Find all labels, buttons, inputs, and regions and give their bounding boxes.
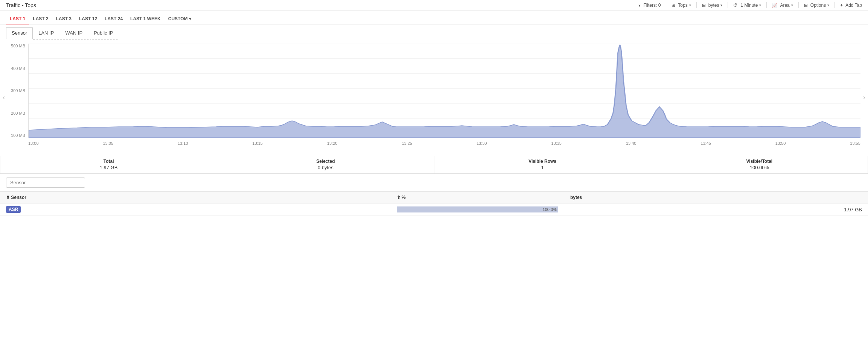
col-header-pct[interactable]: ⇕ % xyxy=(391,192,564,203)
sub-tab-sensor[interactable]: Sensor xyxy=(6,27,33,39)
x-axis-label: 13:20 xyxy=(327,141,338,146)
visible-rows-label: Visible Rows xyxy=(439,159,646,164)
x-axis-label: 13:00 xyxy=(28,141,39,146)
progress-bar-fill xyxy=(397,206,558,212)
sensor-filter-input[interactable] xyxy=(6,178,85,188)
y-axis-label: 400 MB xyxy=(8,66,25,71)
page-title: Traffic - Tops xyxy=(6,2,36,8)
minute-caret: ▾ xyxy=(759,3,761,7)
divider3 xyxy=(728,2,728,8)
stat-visible-total: Visible/Total 100.00% xyxy=(651,156,868,173)
time-tab-custom[interactable]: CUSTOM ▾ xyxy=(164,14,195,24)
chart-container: 100 MB200 MB300 MB400 MB500 MB 13:0013:0… xyxy=(8,44,860,149)
col-header-sensor[interactable]: ⇕ Sensor xyxy=(0,192,391,203)
time-tabs: LAST 1LAST 2LAST 3LAST 12LAST 24LAST 1 W… xyxy=(0,11,868,24)
y-axis-label: 500 MB xyxy=(8,44,25,48)
chart-y-axis: 100 MB200 MB300 MB400 MB500 MB xyxy=(8,44,28,138)
visible-total-label: Visible/Total xyxy=(656,159,863,164)
sensor-badge: ASR xyxy=(6,206,21,213)
bytes-icon xyxy=(702,3,707,8)
area-caret: ▾ xyxy=(791,3,793,7)
sub-tabs: SensorLAN IPWAN IPPublic IP xyxy=(0,24,868,39)
selected-label: Selected xyxy=(222,159,429,164)
divider2 xyxy=(696,2,697,8)
stat-total: Total 1.97 GB xyxy=(0,156,217,173)
divider4 xyxy=(766,2,767,8)
addtab-icon xyxy=(840,3,844,8)
options-caret: ▾ xyxy=(827,3,829,7)
time-tab-last3[interactable]: LAST 3 xyxy=(52,14,75,24)
minute-button[interactable]: 1 Minute ▾ xyxy=(733,3,761,8)
time-tab-last1[interactable]: LAST 1 xyxy=(6,14,29,24)
y-axis-label: 300 MB xyxy=(8,88,25,93)
top-bar-controls: Filters: 0 Tops ▾ bytes ▾ 1 Minute ▾ Are… xyxy=(638,2,862,8)
tops-label: Tops xyxy=(678,3,687,8)
bytes-label: bytes xyxy=(708,3,719,8)
filters-button[interactable]: Filters: 0 xyxy=(638,3,661,8)
chart-svg xyxy=(29,44,860,138)
col-bytes-label: bytes xyxy=(570,195,582,200)
options-label: Options xyxy=(810,3,826,8)
area-label: Area xyxy=(780,3,789,8)
addtab-label: Add Tab xyxy=(845,3,862,8)
time-tab-last24[interactable]: LAST 24 xyxy=(101,14,126,24)
area-icon xyxy=(772,3,778,8)
sub-tab-publicip[interactable]: Public IP xyxy=(88,27,119,39)
y-axis-label: 100 MB xyxy=(8,133,25,138)
x-axis-label: 13:25 xyxy=(402,141,412,146)
bytes-button[interactable]: bytes ▾ xyxy=(702,3,723,8)
total-value: 1.97 GB xyxy=(5,165,212,170)
col-pct-label: % xyxy=(402,195,406,200)
x-axis-label: 13:15 xyxy=(252,141,263,146)
filters-label: Filters: 0 xyxy=(643,3,661,8)
visible-total-value: 100.00% xyxy=(656,165,863,170)
time-tab-last2[interactable]: LAST 2 xyxy=(29,14,52,24)
filter-row xyxy=(0,174,868,191)
x-axis-label: 13:05 xyxy=(103,141,113,146)
divider1 xyxy=(666,2,666,8)
progress-label: 100.0% xyxy=(543,206,557,212)
tops-button[interactable]: Tops ▾ xyxy=(672,3,691,8)
data-table: ⇕ Sensor ⇕ % bytes ASR100.0%1.97 GB xyxy=(0,191,868,216)
total-label: Total xyxy=(5,159,212,164)
cell-sensor: ASR xyxy=(0,203,391,216)
sub-tab-wanip[interactable]: WAN IP xyxy=(59,27,88,39)
top-bar: Traffic - Tops Filters: 0 Tops ▾ bytes ▾… xyxy=(0,0,868,11)
col-sensor-label: Sensor xyxy=(11,195,26,200)
table-header-row: ⇕ Sensor ⇕ % bytes xyxy=(0,192,868,203)
chart-inner xyxy=(28,44,860,138)
minute-label: 1 Minute xyxy=(740,3,758,8)
filter-icon xyxy=(638,3,642,8)
chart-nav-left-button[interactable]: ‹ xyxy=(0,44,8,151)
chart-x-axis: 13:0013:0513:1013:1513:2013:2513:3013:35… xyxy=(28,138,860,149)
x-axis-label: 13:50 xyxy=(775,141,786,146)
addtab-button[interactable]: Add Tab xyxy=(840,3,862,8)
sub-tab-lanip[interactable]: LAN IP xyxy=(33,27,59,39)
table-row[interactable]: ASR100.0%1.97 GB xyxy=(0,203,868,216)
clock-icon xyxy=(733,3,739,8)
x-axis-label: 13:55 xyxy=(850,141,860,146)
y-axis-label: 200 MB xyxy=(8,111,25,115)
chart-wrapper: ‹ 100 MB200 MB300 MB400 MB500 MB 13:0013… xyxy=(0,39,868,156)
time-tab-last12[interactable]: LAST 12 xyxy=(75,14,101,24)
divider6 xyxy=(834,2,835,8)
chart-nav-right-button[interactable]: › xyxy=(860,44,868,151)
x-axis-label: 13:35 xyxy=(551,141,562,146)
tops-caret: ▾ xyxy=(689,3,691,7)
col-pct-sort-icon: ⇕ xyxy=(397,195,402,200)
options-button[interactable]: Options ▾ xyxy=(804,3,829,8)
stat-selected: Selected 0 bytes xyxy=(217,156,434,173)
x-axis-label: 13:10 xyxy=(178,141,188,146)
area-button[interactable]: Area ▾ xyxy=(772,3,793,8)
time-tab-lastweek[interactable]: LAST 1 WEEK xyxy=(126,14,164,24)
cell-pct: 100.0% xyxy=(391,203,564,216)
col-header-bytes[interactable]: bytes xyxy=(564,192,868,203)
visible-rows-value: 1 xyxy=(439,165,646,170)
x-axis-label: 13:45 xyxy=(700,141,711,146)
selected-value: 0 bytes xyxy=(222,165,429,170)
options-icon xyxy=(804,3,809,8)
stats-row: Total 1.97 GB Selected 0 bytes Visible R… xyxy=(0,156,868,174)
x-axis-label: 13:40 xyxy=(626,141,637,146)
progress-bar-container: 100.0% xyxy=(397,206,558,212)
bytes-caret: ▾ xyxy=(720,3,722,7)
